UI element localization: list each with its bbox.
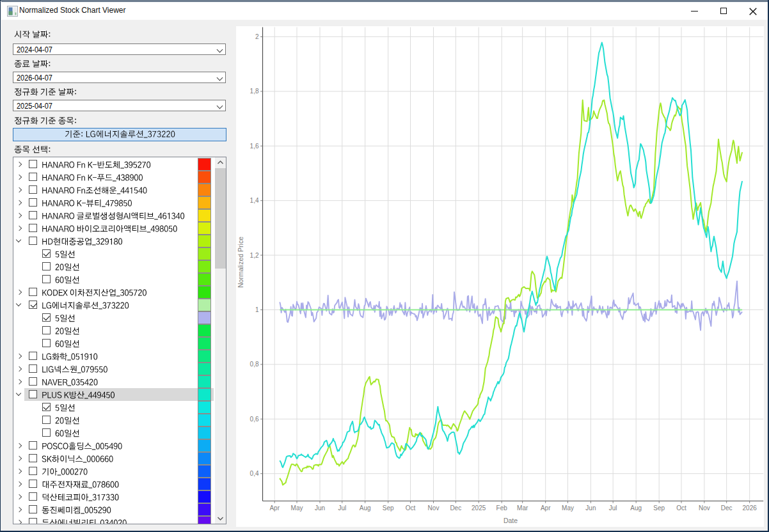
svg-text:Aug: Aug xyxy=(360,505,371,512)
svg-text:Mar: Mar xyxy=(517,505,528,512)
svg-text:Jul: Jul xyxy=(338,505,346,512)
svg-text:Sep: Sep xyxy=(653,505,665,512)
svg-text:2026: 2026 xyxy=(743,505,757,512)
svg-text:Oct: Oct xyxy=(406,505,416,512)
svg-text:Sep: Sep xyxy=(383,505,394,512)
svg-text:Jun: Jun xyxy=(315,505,325,512)
svg-text:1: 1 xyxy=(255,306,259,313)
svg-text:Nov: Nov xyxy=(699,505,710,512)
svg-text:Apr: Apr xyxy=(269,505,280,512)
svg-text:1,2: 1,2 xyxy=(250,251,259,258)
svg-text:Normalized Price: Normalized Price xyxy=(237,236,244,287)
svg-text:Apr: Apr xyxy=(541,505,551,512)
svg-text:Jun: Jun xyxy=(585,505,596,512)
svg-text:2025: 2025 xyxy=(472,505,486,512)
svg-text:Dec: Dec xyxy=(721,505,733,512)
svg-text:Feb: Feb xyxy=(496,505,508,512)
svg-text:2: 2 xyxy=(255,33,259,40)
svg-text:Dec: Dec xyxy=(450,505,461,512)
svg-text:1,6: 1,6 xyxy=(250,142,259,149)
svg-text:Nov: Nov xyxy=(428,505,440,512)
svg-text:1,4: 1,4 xyxy=(250,197,259,204)
svg-text:0,8: 0,8 xyxy=(250,361,259,368)
svg-text:0,6: 0,6 xyxy=(250,415,259,422)
svg-text:Jul: Jul xyxy=(609,505,617,512)
svg-text:0,4: 0,4 xyxy=(250,470,259,477)
svg-text:May: May xyxy=(291,505,303,512)
svg-text:1,8: 1,8 xyxy=(250,88,259,95)
svg-text:Aug: Aug xyxy=(630,505,642,512)
svg-text:Date: Date xyxy=(503,516,518,524)
svg-text:Oct: Oct xyxy=(676,505,686,512)
svg-text:May: May xyxy=(562,505,574,512)
